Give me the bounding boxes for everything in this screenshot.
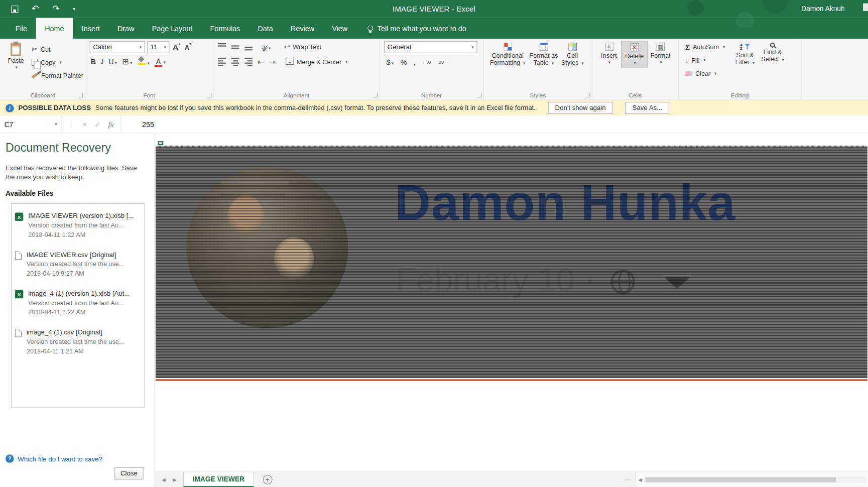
font-name-value: Calibri <box>93 43 112 51</box>
increase-font-size-button[interactable]: A▴ <box>172 42 181 52</box>
sheet-tab-image-viewer[interactable]: IMAGE VIEWER <box>183 472 254 487</box>
add-sheet-icon[interactable]: + <box>263 475 272 484</box>
align-left-icon[interactable] <box>218 58 225 65</box>
borders-icon: ⊞ <box>122 56 129 66</box>
insert-cells-icon: + <box>605 43 613 51</box>
confirm-entry-icon[interactable]: ✓ <box>94 120 100 129</box>
excel-file-icon: X <box>15 290 24 299</box>
paste-button[interactable]: Paste ▾ <box>6 41 26 72</box>
fill-color-button[interactable]: ▾ <box>138 56 150 67</box>
format-as-table-button[interactable]: Format as Table ▾ <box>527 41 560 69</box>
tab-draw[interactable]: Draw <box>108 18 143 39</box>
which-file-help-link[interactable]: ? Which file do I want to save? <box>6 454 102 463</box>
spreadsheet-grid[interactable]: Damon Hunka February 10 · <box>155 134 868 472</box>
sort-filter-button[interactable]: AZ Sort & Filter ▾ <box>730 41 759 68</box>
scrollbar-track[interactable] <box>644 476 865 482</box>
ribbon: Paste ▾ ✂ Cut Copy ▾ Format Painter <box>0 39 868 100</box>
sheet-options-dots-icon[interactable]: ⋯ <box>620 476 636 483</box>
tab-insert[interactable]: Insert <box>73 18 108 39</box>
insert-label: Insert <box>601 52 617 59</box>
tab-formulas[interactable]: Formulas <box>201 18 249 39</box>
conditional-formatting-button[interactable]: Conditional Formatting ▾ <box>488 41 527 69</box>
cell-styles-button[interactable]: Cell Styles ▾ <box>560 41 585 69</box>
italic-button[interactable]: I <box>101 57 103 66</box>
insert-cells-button[interactable]: + Insert ▾ <box>597 41 622 67</box>
font-size-combo[interactable]: 11 ▾ <box>147 41 169 53</box>
align-top-icon[interactable] <box>218 43 225 50</box>
decrease-decimal-button[interactable]: .00→ <box>437 59 448 65</box>
tab-view[interactable]: View <box>323 18 356 39</box>
format-painter-button[interactable]: Format Painter <box>30 70 85 81</box>
formula-input[interactable]: 255 <box>121 115 868 133</box>
recovery-file-item[interactable]: X image_4 (1) (version 1).xlsb [Aut... V… <box>12 285 144 323</box>
save-as-button[interactable]: Save As... <box>625 102 669 114</box>
insert-function-icon[interactable]: fx <box>108 120 114 129</box>
format-as-table-label: Format as Table <box>529 52 558 66</box>
increase-decimal-button[interactable]: ←.0 <box>422 59 431 65</box>
align-right-icon[interactable] <box>244 58 252 65</box>
cut-button[interactable]: ✂ Cut <box>30 43 85 55</box>
decrease-indent-icon[interactable]: ⇤ <box>258 58 264 66</box>
group-label-number: Number <box>380 92 483 98</box>
cancel-entry-icon[interactable]: × <box>82 120 86 129</box>
redo-icon[interactable]: ↷ <box>52 5 60 14</box>
signed-in-user[interactable]: Damon Aknuh <box>801 5 868 13</box>
clear-button[interactable]: Clear ▾ <box>683 68 727 79</box>
horizontal-scrollbar[interactable]: ◀ <box>636 472 868 487</box>
save-icon[interactable] <box>11 5 18 12</box>
scrollbar-thumb[interactable] <box>646 477 836 482</box>
name-box[interactable]: C7 ▾ <box>0 115 62 133</box>
format-painter-label: Format Painter <box>41 72 83 79</box>
prev-sheet-icon[interactable]: ◀ <box>162 477 166 482</box>
tab-review[interactable]: Review <box>282 18 323 39</box>
bold-button[interactable]: B <box>91 57 96 66</box>
available-files-heading: Available Files <box>6 190 155 197</box>
tab-file[interactable]: File <box>7 18 36 39</box>
wrap-text-button[interactable]: ↩ Wrap Text <box>282 41 323 53</box>
undo-icon[interactable]: ↶ <box>32 5 39 14</box>
font-name-combo[interactable]: Calibri ▾ <box>90 41 145 53</box>
number-format-combo[interactable]: General ▾ <box>384 41 477 53</box>
autosum-button[interactable]: Σ AutoSum ▾ <box>683 41 727 53</box>
recovery-file-item[interactable]: IMAGE VIEWER.csv [Original] Version crea… <box>12 246 144 285</box>
copy-button[interactable]: Copy ▾ <box>30 56 85 68</box>
merge-center-button[interactable]: ↔ Merge & Center ▾ <box>283 56 350 67</box>
align-bottom-icon[interactable] <box>244 43 252 50</box>
scroll-left-icon[interactable]: ◀ <box>638 477 642 482</box>
tab-data[interactable]: Data <box>249 18 282 39</box>
cell-styles-label: Cell Styles <box>561 52 579 66</box>
percent-button[interactable]: % <box>401 58 407 66</box>
resize-dots-icon[interactable]: ⋮ <box>69 120 75 128</box>
orientation-button[interactable]: ab▾ <box>261 42 271 52</box>
cell-styles-icon <box>568 43 577 51</box>
tell-me-box[interactable]: Tell me what you want to do <box>367 18 466 39</box>
dont-show-again-button[interactable]: Don't show again <box>548 102 613 114</box>
borders-button[interactable]: ⊞▾ <box>122 56 133 66</box>
image-subtitle-text: February 10 · <box>396 261 595 299</box>
file-name: IMAGE VIEWER (version 1).xlsb [... <box>28 211 134 221</box>
fill-button[interactable]: ↓ Fill ▾ <box>683 54 727 66</box>
decrease-font-size-button[interactable]: A▾ <box>184 42 192 52</box>
align-middle-icon[interactable] <box>231 43 239 50</box>
tab-page-layout[interactable]: Page Layout <box>143 18 201 39</box>
customize-quick-access-icon[interactable]: ▾ <box>73 6 75 12</box>
recovery-file-item[interactable]: X IMAGE VIEWER (version 1).xlsb [... Ver… <box>12 207 144 246</box>
format-cells-button[interactable]: ▦ Format ▾ <box>648 41 673 67</box>
plain-file-icon <box>15 329 22 337</box>
currency-button[interactable]: $▾ <box>387 57 394 67</box>
group-clipboard: Paste ▾ ✂ Cut Copy ▾ Format Painter <box>1 39 85 99</box>
chevron-down-icon: ▾ <box>140 45 142 50</box>
align-center-icon[interactable] <box>231 58 239 65</box>
font-color-button[interactable]: A▾ <box>155 56 166 67</box>
next-sheet-icon[interactable]: ▶ <box>173 477 177 482</box>
find-select-button[interactable]: Find & Select ▾ <box>760 41 786 66</box>
close-pane-button[interactable]: Close <box>114 467 143 479</box>
file-timestamp: 2018-04-11 1:22 AM <box>28 308 130 317</box>
tab-home[interactable]: Home <box>36 18 73 39</box>
delete-cells-button[interactable]: ✕ Delete ▾ <box>621 41 648 68</box>
group-label-alignment: Alignment <box>214 92 380 98</box>
recovery-file-item[interactable]: image_4 (1).csv [Original] Version creat… <box>12 323 144 362</box>
increase-indent-icon[interactable]: ⇥ <box>270 58 276 66</box>
underline-button[interactable]: U▾ <box>108 56 117 66</box>
comma-button[interactable]: , <box>413 58 415 66</box>
